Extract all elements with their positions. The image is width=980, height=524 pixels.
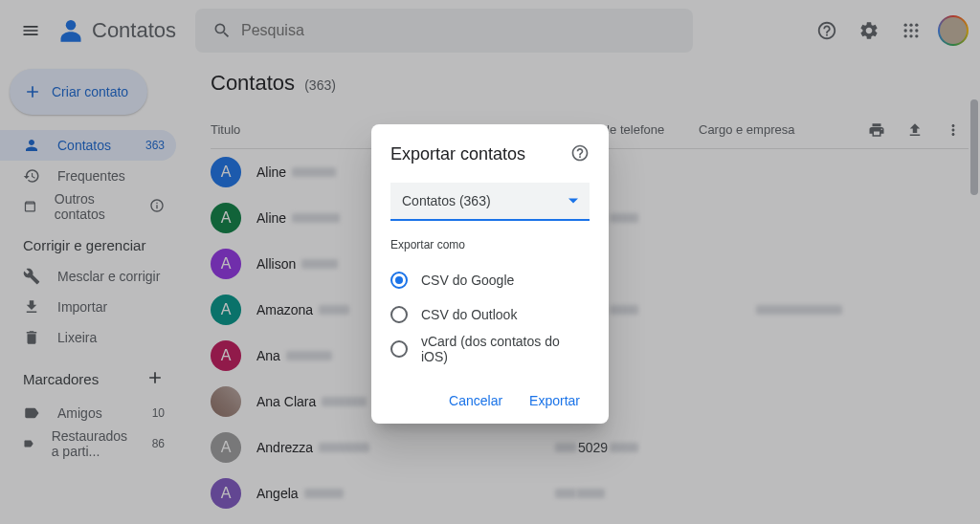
- radio-label: CSV do Google: [421, 273, 514, 288]
- export-format-option[interactable]: vCard (dos contatos do iOS): [390, 332, 590, 366]
- export-format-option[interactable]: CSV do Outlook: [390, 297, 590, 332]
- help-icon: [570, 143, 590, 163]
- radio-icon: [390, 272, 408, 289]
- dialog-title: Exportar contatos: [390, 144, 525, 164]
- export-dialog: Exportar contatos Contatos (363) Exporta…: [371, 124, 609, 424]
- export-format-option[interactable]: CSV do Google: [390, 263, 590, 297]
- radio-icon: [390, 340, 408, 358]
- dialog-help-button[interactable]: [570, 143, 590, 165]
- dropdown-arrow-icon: [568, 193, 578, 208]
- radio-label: CSV do Outlook: [421, 307, 517, 322]
- export-confirm-button[interactable]: Exportar: [520, 385, 590, 416]
- radio-label: vCard (dos contatos do iOS): [421, 334, 590, 364]
- export-as-label: Exportar como: [390, 238, 590, 251]
- export-source-select[interactable]: Contatos (363): [390, 183, 590, 221]
- radio-icon: [390, 306, 408, 323]
- cancel-button[interactable]: Cancelar: [439, 385, 512, 416]
